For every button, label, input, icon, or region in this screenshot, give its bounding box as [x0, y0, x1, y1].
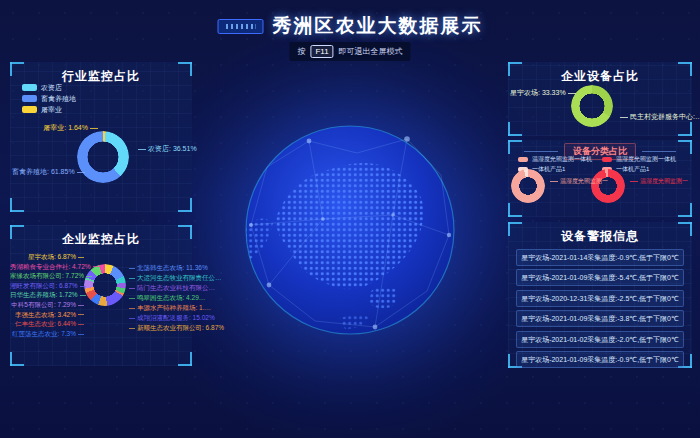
device-class-right-callout: 温湿度光照监测一: [630, 177, 688, 186]
alarm-list: 星宇农场-2021-01-14采集温度:-0.9℃,低于下限0℃ 星宇农场-20…: [516, 249, 684, 371]
legend-swatch: [22, 84, 37, 91]
f11-key: F11: [310, 45, 333, 58]
enterprise-label: 星宇农场: 6.87%: [10, 252, 84, 262]
enterprise-label: 鸣翠园生态农场: 4.29…: [129, 293, 191, 303]
enterprise-label: 李强生态农场: 3.42%: [10, 310, 84, 320]
device-ratio-callout-left: 星宇农场: 33.33%: [510, 88, 570, 98]
legend-label: 温湿度光照监测一体机: [616, 155, 676, 164]
enterprise-label: 秀湖粮食专业合作社: 4.72%: [10, 262, 84, 272]
alarm-row: 星宇农场-2021-01-09采集温度:-5.4℃,低于下限0℃: [516, 269, 684, 286]
enterprise-label: 潮旺发有限公司: 6.87%: [10, 281, 84, 291]
enterprise-label: 陆门生态农业科技有限公…: [129, 283, 191, 293]
device-class-left-callout: 温湿度光照监测一: [550, 177, 608, 186]
legend-label: 温湿度光照监测一体机: [532, 155, 592, 164]
globe-graphic: [243, 123, 457, 337]
enterprise-label: 大运河生态牧业有限责任公…: [129, 273, 191, 283]
alarm-panel-title: 设备警报信息: [508, 222, 692, 245]
header: 秀洲区农业大数据展示: [218, 13, 483, 39]
page-title: 秀洲区农业大数据展示: [273, 13, 483, 39]
legend-item[interactable]: 农资店: [22, 82, 76, 93]
industry-callout-breeding: 畜禽养殖地: 61.85%: [12, 167, 76, 177]
hint-prefix: 按: [297, 46, 305, 57]
legend-item[interactable]: 温湿度光照监测一体机: [518, 154, 592, 164]
device-ratio-panel-title: 企业设备占比: [508, 62, 692, 85]
device-ratio-donut-chart[interactable]: [571, 85, 613, 127]
legend-swatch: [518, 157, 528, 162]
device-class-left-donut-chart[interactable]: [511, 169, 545, 203]
dashboard: 秀洲区农业大数据展示 按 F11 即可退出全屏模式 行业监控占比 农资店 畜禽养…: [0, 0, 700, 438]
enterprise-label: 成翔沼液配送服务: 15.02%: [129, 313, 191, 323]
legend-label: 一体机产品1: [616, 165, 649, 174]
enterprise-label: 北荡韩生态农场: 11.36%: [129, 263, 191, 273]
enterprise-labels-left: 星宇农场: 6.87% 秀湖粮食专业合作社: 4.72% 家缘农场有限公司: 7…: [10, 252, 84, 338]
legend-swatch: [602, 157, 612, 162]
enterprise-label: 日华生态养殖场: 1.72%: [10, 290, 84, 300]
device-class-right-donut-chart[interactable]: [591, 169, 625, 203]
alarm-row: 星宇农场-2020-12-31采集温度:-2.5℃,低于下限0℃: [516, 290, 684, 307]
enterprise-label: 新顺生态农业有限公司: 6.87%: [129, 323, 191, 333]
enterprise-label: 丰源水产特种养殖场: 1.…: [129, 303, 191, 313]
legend-label: 畜禽养殖地: [41, 94, 76, 104]
device-ratio-callout-right: 民主村党群服务中心:…: [620, 112, 700, 122]
device-ratio-panel: 企业设备占比 星宇农场: 33.33% 民主村党群服务中心:…: [508, 62, 692, 136]
legend-swatch: [22, 106, 37, 113]
enterprise-label: 家缘农场有限公司: 7.72%: [10, 271, 84, 281]
industry-donut-chart[interactable]: [77, 131, 129, 183]
device-class-panel: 设备分类占比 温湿度光照监测一体机 一体机产品1 温湿度光照监测一体机: [508, 140, 692, 217]
enterprise-label: 中科5有限公司: 7.29%: [10, 300, 84, 310]
industry-legend: 农资店 畜禽养殖地 屠宰业: [22, 82, 76, 115]
industry-panel: 行业监控占比 农资店 畜禽养殖地 屠宰业 屠宰业: 1.64%: [10, 62, 192, 212]
fullscreen-hint: 按 F11 即可退出全屏模式: [289, 42, 410, 61]
alarm-row: 星宇农场-2021-01-09采集温度:-0.9℃,低于下限0℃: [516, 351, 684, 368]
enterprise-label: 红莲荡生态农业: 7.3%: [10, 329, 84, 339]
enterprise-panel: 企业监控占比 星宇农场: 6.87% 秀湖粮食专业合作社: 4.72% 家缘农场…: [10, 225, 192, 366]
legend-item[interactable]: 屠宰业: [22, 104, 76, 115]
enterprise-panel-title: 企业监控占比: [10, 225, 192, 248]
enterprise-label: 仁丰生态农业: 6.44%: [10, 319, 84, 329]
hint-suffix: 即可退出全屏模式: [339, 46, 403, 57]
enterprise-donut-chart[interactable]: [84, 264, 126, 306]
industry-callout-slaughter: 屠宰业: 1.64%: [16, 123, 98, 133]
legend-label: 屠宰业: [41, 105, 62, 115]
enterprise-labels-right: 北荡韩生态农场: 11.36% 大运河生态牧业有限责任公… 陆门生态农业科技有限…: [129, 263, 191, 333]
legend-item[interactable]: 畜禽养殖地: [22, 93, 76, 104]
alarm-panel: 设备警报信息 星宇农场-2021-01-14采集温度:-0.9℃,低于下限0℃ …: [508, 222, 692, 368]
legend-swatch: [22, 95, 37, 102]
alarm-row: 星宇农场-2021-01-02采集温度:-2.0℃,低于下限0℃: [516, 331, 684, 348]
legend-label: 农资店: [41, 83, 62, 93]
alarm-row: 星宇农场-2021-01-14采集温度:-0.9℃,低于下限0℃: [516, 249, 684, 266]
legend-item[interactable]: 温湿度光照监测一体机: [602, 154, 676, 164]
globe: [243, 123, 457, 337]
header-logo-icon: [218, 19, 264, 34]
alarm-row: 星宇农场-2021-01-09采集温度:-3.8℃,低于下限0℃: [516, 310, 684, 327]
industry-callout-store: 农资店: 36.51%: [138, 144, 197, 154]
